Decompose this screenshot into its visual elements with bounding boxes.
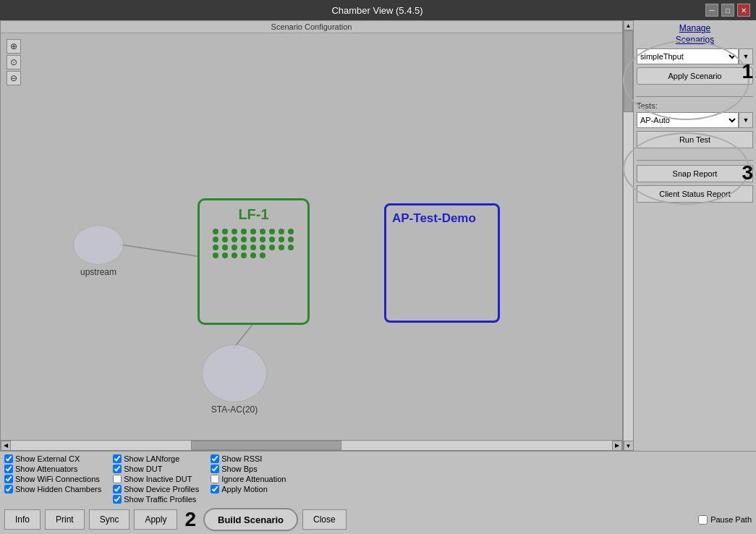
show-external-cx-label: Show External CX [15,454,80,463]
client-status-report-button[interactable]: Client Status Report [637,185,753,203]
show-rssi-checkbox[interactable] [211,454,219,463]
show-external-cx-checkbox[interactable] [4,454,13,463]
minimize-button[interactable]: ─ [705,4,718,17]
manage-scenarios-link[interactable]: Manage Scenarios [637,23,753,46]
show-device-profiles-checkbox[interactable] [113,485,122,493]
show-attenuators-label: Show Attenuators [15,465,77,473]
apply-motion-label: Apply Motion [221,485,268,493]
show-rssi-item[interactable]: Show RSSI [211,454,286,463]
show-wifi-connections-item[interactable]: Show WiFi Connections [4,475,101,483]
show-inactive-dut-label: Show Inactive DUT [124,475,192,483]
show-dut-checkbox[interactable] [113,465,122,473]
lf1-node[interactable]: LF-1 [198,198,310,325]
checkboxes-row: Show External CX Show Attenuators Show W… [0,452,756,505]
scenario-dropdown-row: simpleThput ▼ [637,48,753,64]
scroll-track[interactable] [11,441,612,450]
title-bar: Chamber View (5.4.5) ─ □ ✕ [0,0,756,20]
apply-motion-item[interactable]: Apply Motion [211,485,286,493]
buttons-row: Info Print Sync Apply 2 Build Scenario C… [0,505,756,534]
v-scroll-track[interactable] [624,30,633,441]
tests-select[interactable]: AP-Auto [637,112,739,128]
pause-path-row: Pause Path [698,515,752,525]
show-wifi-connections-checkbox[interactable] [4,475,13,483]
right-panel: 1 Manage Scenarios simpleThput ▼ Apply S… [633,20,756,451]
sta-node[interactable]: STA-AC(20) [202,344,267,415]
v-scroll-down[interactable]: ▼ [624,441,634,451]
show-traffic-profiles-checkbox[interactable] [113,495,122,504]
svg-line-0 [120,245,207,258]
show-lanforge-label: Show LANforge [124,454,179,463]
divider-1 [637,96,753,97]
zoom-in-button[interactable]: ⊕ [7,39,21,54]
show-hidden-chambers-checkbox[interactable] [4,485,13,493]
run-test-button[interactable]: Run Test [637,131,753,148]
v-scrollbar[interactable]: ▲ ▼ [623,20,633,451]
lf1-box: LF-1 [198,198,310,325]
maximize-button[interactable]: □ [721,4,734,17]
zoom-fit-button[interactable]: ⊙ [7,55,21,69]
show-lanforge-checkbox[interactable] [113,454,122,463]
zoom-out-button[interactable]: ⊖ [7,71,21,85]
build-scenario-button[interactable]: Build Scenario [203,508,298,531]
annotation-3-number: 3 [742,161,753,185]
scroll-right-arrow[interactable]: ▶ [612,441,622,451]
show-bps-item[interactable]: Show Bps [211,465,286,473]
tests-dropdown-row: AP-Auto ▼ [637,112,753,128]
scenario-select[interactable]: simpleThput [637,48,739,64]
apply-scenario-button[interactable]: Apply Scenario [637,67,753,85]
show-rssi-label: Show RSSI [221,454,262,463]
print-button[interactable]: Print [45,509,85,530]
apply-motion-checkbox[interactable] [211,485,219,493]
scroll-left-arrow[interactable]: ◀ [1,441,11,451]
app-title: Chamber View (5.4.5) [49,5,705,16]
show-external-cx-item[interactable]: Show External CX [4,454,101,463]
ignore-attenuation-item[interactable]: Ignore Attenuation [211,475,286,483]
tests-label: Tests: [637,101,753,110]
scenario-panel: Scenario Configuration ⊕ ⊙ ⊖ upstream [0,20,623,451]
v-scroll-thumb[interactable] [624,30,633,112]
bottom-area: Show External CX Show Attenuators Show W… [0,451,756,534]
show-traffic-profiles-item[interactable]: Show Traffic Profiles [113,495,199,504]
upstream-label: upstream [80,267,116,277]
divider-2 [637,160,753,161]
show-device-profiles-item[interactable]: Show Device Profiles [113,485,199,493]
apply-button[interactable]: Apply [134,509,177,530]
v-scroll-up[interactable]: ▲ [624,20,634,30]
pause-path-label: Pause Path [710,515,752,524]
scroll-thumb[interactable] [191,441,341,450]
pause-path-checkbox[interactable] [698,515,708,525]
show-attenuators-checkbox[interactable] [4,465,13,473]
show-traffic-profiles-label: Show Traffic Profiles [124,495,196,504]
show-wifi-connections-label: Show WiFi Connections [15,475,100,483]
show-inactive-dut-item[interactable]: Show Inactive DUT [113,475,199,483]
checkbox-col-3: Show RSSI Show Bps Ignore Attenuation Ap… [211,454,286,504]
canvas-area: ⊕ ⊙ ⊖ upstream LF-1 [1,33,622,440]
ap-node[interactable]: AP-Test-Demo [384,203,500,323]
show-bps-label: Show Bps [221,465,258,473]
scenario-panel-title: Scenario Configuration [1,21,622,33]
info-button[interactable]: Info [4,509,41,530]
show-bps-checkbox[interactable] [211,465,219,473]
show-hidden-chambers-item[interactable]: Show Hidden Chambers [4,485,101,493]
checkbox-col-1: Show External CX Show Attenuators Show W… [4,454,101,504]
sync-button[interactable]: Sync [89,509,130,530]
ignore-attenuation-checkbox[interactable] [211,475,219,483]
show-inactive-dut-checkbox[interactable] [113,475,122,483]
sta-circle [202,344,267,402]
show-dut-item[interactable]: Show DUT [113,465,199,473]
checkbox-col-2: Show LANforge Show DUT Show Inactive DUT… [113,454,199,504]
tests-dropdown-arrow[interactable]: ▼ [739,112,753,128]
annotation-1-number: 1 [742,60,753,83]
tests-section: Tests: AP-Auto ▼ Run Test [637,101,753,151]
snap-report-button[interactable]: Snap Report [637,165,753,182]
show-lanforge-item[interactable]: Show LANforge [113,454,199,463]
h-scrollbar[interactable]: ◀ ▶ [1,440,622,450]
show-attenuators-item[interactable]: Show Attenuators [4,465,101,473]
close-button-toolbar[interactable]: Close [302,509,347,530]
lf1-title: LF-1 [238,206,268,223]
lf1-dots [213,229,295,258]
close-button[interactable]: ✕ [737,4,750,17]
upstream-circle [73,225,124,265]
upstream-node[interactable]: upstream [73,225,124,277]
zoom-controls: ⊕ ⊙ ⊖ [7,39,21,85]
